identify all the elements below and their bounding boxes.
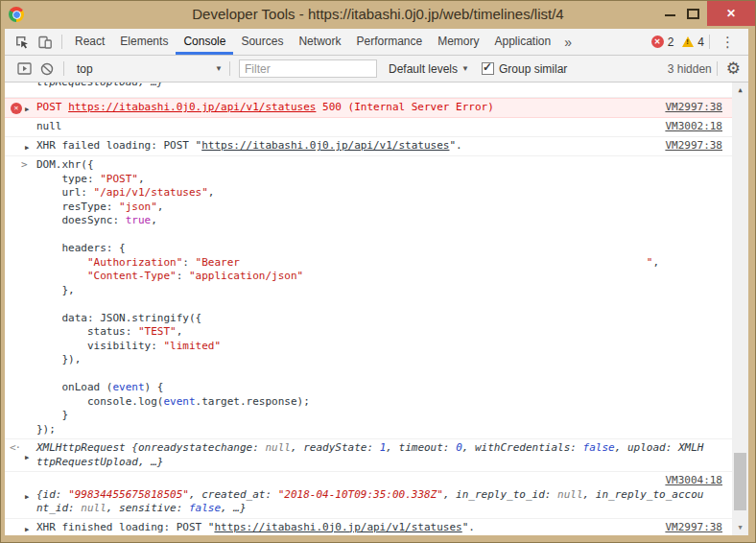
- error-count-badge[interactable]: 2: [651, 35, 674, 49]
- scrollbar-thumb[interactable]: [734, 453, 746, 510]
- tab-performance[interactable]: Performance: [348, 29, 430, 55]
- code-line: });: [36, 423, 722, 437]
- console-text-segment: XHR finished loading: POST ": [36, 521, 214, 533]
- log-levels-dropdown[interactable]: Default levels ▼: [389, 62, 469, 76]
- console-message-log: ▶VM2997:38XHR finished loading: POST "ht…: [5, 519, 732, 536]
- console-url-link[interactable]: https://itabashi.0j0.jp/api/v1/statuses: [201, 139, 449, 152]
- console-text: XHR finished loading: POST "https://itab…: [36, 521, 704, 535]
- code-line: onLoad (event) {: [36, 381, 722, 395]
- chevron-down-icon: ▼: [215, 64, 223, 73]
- expand-triangle-icon[interactable]: ▶: [25, 141, 29, 155]
- console-text: null: [36, 120, 704, 134]
- more-tabs-icon[interactable]: »: [558, 35, 578, 50]
- console-text-segment: doesSync:: [36, 214, 126, 226]
- console-text-segment: "Bearer ": [196, 256, 653, 269]
- console-text-segment: }),: [36, 353, 81, 366]
- tab-sources[interactable]: Sources: [233, 29, 291, 55]
- console-text-segment: true: [126, 214, 152, 226]
- console-source-link[interactable]: VM2997:38: [665, 101, 722, 115]
- code-line: url: "/api/v1/statuses",: [36, 186, 722, 201]
- console-text: XHR failed loading: POST "https://itabas…: [36, 139, 704, 153]
- console-message-logtop: ▶VM3004:18{id: "99834455675818505", crea…: [5, 472, 732, 519]
- tab-application[interactable]: Application: [487, 29, 559, 55]
- console-text-segment: POST: [36, 101, 68, 113]
- expand-triangle-icon[interactable]: ▶: [25, 490, 29, 505]
- console-text-segment: "2018-04-10T09:35:00.338Z": [278, 488, 443, 501]
- expand-triangle-icon[interactable]: ▶: [25, 103, 29, 117]
- console-text-segment: "/api/v1/statuses": [94, 186, 208, 199]
- error-count: 2: [668, 35, 674, 49]
- console-text-segment: [36, 367, 43, 380]
- console-text-segment: }: [36, 409, 68, 421]
- warning-count: 4: [697, 35, 704, 49]
- code-line: data: JSON.stringify({: [36, 312, 722, 326]
- code-line: headers: {: [36, 242, 722, 256]
- scroll-down-arrow-icon[interactable]: ▼: [732, 521, 748, 534]
- console-text-segment: null: [81, 502, 106, 514]
- scroll-up-arrow-icon[interactable]: ▲: [732, 83, 748, 97]
- console-text-segment: {id:: [36, 488, 68, 501]
- context-selector[interactable]: top ▼: [69, 62, 224, 76]
- console-toolbar: top ▼ Default levels ▼ Group similar 3 h…: [5, 56, 748, 83]
- tab-network[interactable]: Network: [291, 29, 348, 55]
- code-line: "Authorization": "Bearer ",: [36, 256, 722, 271]
- filter-input[interactable]: [239, 59, 377, 78]
- console-text-segment: , sensitive:: [106, 502, 189, 514]
- warning-count-badge[interactable]: 4: [682, 35, 704, 49]
- tab-elements[interactable]: Elements: [112, 29, 176, 55]
- console-messages: ttpRequestUpload, …}▶VM2997:38POST https…: [5, 83, 732, 535]
- console-source-link[interactable]: VM3004:18: [665, 474, 722, 488]
- close-button[interactable]: [707, 1, 755, 26]
- console-message-error: ▶VM2997:38POST https://itabashi.0j0.jp/a…: [5, 98, 732, 118]
- console-text-segment: false: [189, 502, 221, 514]
- title-bar: Developer Tools - https://itabashi.0j0.j…: [0, 0, 756, 29]
- console-source-link[interactable]: VM2997:38: [665, 521, 722, 535]
- console-text-segment: "Authorization": [87, 256, 182, 269]
- console-text-segment: },: [36, 284, 75, 296]
- console-text-segment: "limited": [163, 340, 221, 352]
- console-text-segment: console.log(: [36, 395, 163, 408]
- chrome-logo-icon: [9, 7, 24, 22]
- warning-icon: [682, 36, 694, 47]
- tab-console[interactable]: Console: [176, 29, 233, 55]
- maximize-button[interactable]: [687, 9, 699, 19]
- console-text-segment: ,: [138, 173, 145, 185]
- code-line: doesSync: true,: [36, 214, 722, 228]
- console-text-segment: status:: [36, 325, 138, 338]
- expand-triangle-icon[interactable]: ▶: [25, 451, 29, 465]
- expand-triangle-icon[interactable]: ▶: [25, 523, 29, 536]
- tab-react[interactable]: React: [67, 29, 112, 55]
- console-url-link[interactable]: https://itabashi.0j0.jp/api/v1/statuses: [214, 521, 461, 533]
- console-text-segment: event: [163, 395, 195, 408]
- code-line: visibility: "limited": [36, 340, 722, 354]
- console-text-segment: DOM.xhr({: [36, 158, 94, 171]
- console-text-segment: "application/json": [189, 270, 303, 282]
- clear-console-icon[interactable]: [35, 59, 59, 80]
- console-source-link[interactable]: VM3002:18: [665, 120, 722, 134]
- console-text-segment: false: [583, 441, 615, 454]
- group-similar-checkbox[interactable]: [482, 62, 494, 75]
- minimize-button[interactable]: [665, 14, 675, 16]
- console-text-segment: });: [36, 423, 56, 436]
- console-source-link[interactable]: VM2997:38: [665, 139, 722, 153]
- log-levels-label: Default levels: [389, 62, 458, 76]
- separator: [717, 61, 718, 76]
- group-similar-label: Group similar: [499, 62, 567, 76]
- devtools-menu-icon[interactable]: ⋮: [715, 34, 741, 51]
- tab-memory[interactable]: Memory: [430, 29, 486, 55]
- separator: [63, 61, 64, 76]
- console-url-link[interactable]: https://itabashi.0j0.jp/api/v1/statuses: [68, 101, 316, 113]
- console-text-segment: null: [36, 120, 62, 132]
- code-line: [36, 297, 722, 312]
- console-text-segment: :: [177, 270, 189, 282]
- settings-gear-icon[interactable]: ⚙: [726, 60, 741, 77]
- error-icon: [11, 103, 22, 114]
- console-text-segment: "json": [119, 201, 157, 213]
- device-toolbar-icon[interactable]: [34, 32, 57, 53]
- separator: [61, 35, 62, 49]
- scrollbar[interactable]: ▲ ▼: [732, 83, 748, 535]
- console-sidebar-icon[interactable]: [12, 59, 35, 80]
- inspect-element-icon[interactable]: [11, 32, 34, 53]
- console-text-segment: .target.response);: [196, 395, 310, 408]
- console-text-segment: event: [112, 381, 144, 393]
